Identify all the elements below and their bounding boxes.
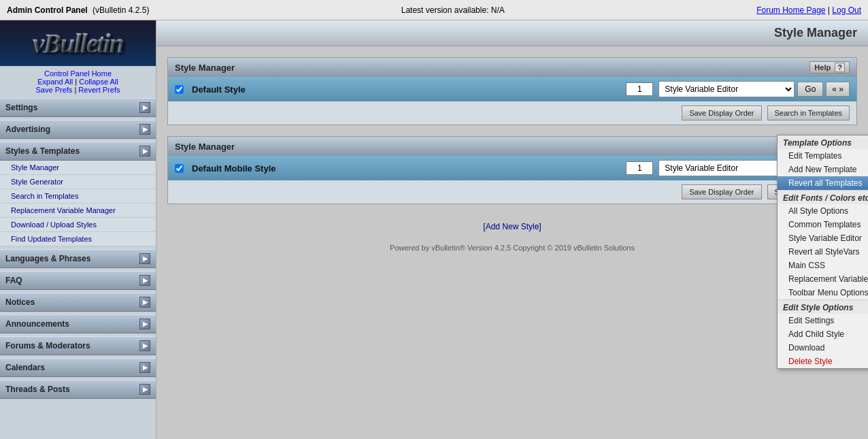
- go-button-1[interactable]: Go: [797, 82, 823, 97]
- dropdown-toolbar-menu-options[interactable]: Toolbar Menu Options: [778, 286, 868, 299]
- main-content: Style Manager Style Manager Help ? Defau…: [156, 20, 868, 439]
- main-body: Style Manager Help ? Default Style Style…: [156, 46, 868, 439]
- dropdown-revert-all-templates[interactable]: Revert all Templates: [778, 176, 868, 190]
- style-box-1: Style Manager Help ? Default Style Style…: [167, 57, 857, 125]
- style-box-2-header: Style Manager Help ?: [168, 137, 856, 156]
- sidebar-item-calendars[interactable]: Calendars ▶: [0, 358, 156, 377]
- dropdown-delete-style[interactable]: Delete Style: [778, 355, 868, 368]
- save-prefs-link[interactable]: Save Prefs: [36, 86, 73, 94]
- arrow-icon: ▶: [139, 319, 150, 329]
- sidebar-sub-download-upload[interactable]: Download / Upload Styles: [0, 218, 156, 232]
- order-input-1[interactable]: [626, 82, 653, 96]
- dropdown-edit-templates[interactable]: Edit Templates: [778, 149, 868, 163]
- search-templates-btn-1[interactable]: Search in Templates: [767, 105, 850, 120]
- sidebar-item-forums-moderators[interactable]: Forums & Moderators ▶: [0, 336, 156, 355]
- sidebar-item-label: Forums & Moderators: [5, 341, 90, 351]
- style-row-1: Default Style Style Variable Editor Go «…: [168, 77, 856, 101]
- dropdown-edit-fonts-label: Edit Fonts / Colors etc.: [778, 190, 868, 204]
- style-select-1[interactable]: Style Variable Editor: [658, 81, 795, 97]
- logo-text: vBulletin: [7, 27, 149, 59]
- style-box-2: Style Manager Help ? Default Mobile Styl…: [167, 136, 857, 204]
- sidebar-sub-find-updated[interactable]: Find Updated Templates: [0, 232, 156, 246]
- arrow-icon: ▶: [139, 362, 150, 373]
- style-select-2[interactable]: Style Variable Editor: [658, 160, 795, 176]
- dropdown-download[interactable]: Download: [778, 341, 868, 355]
- sidebar-item-faq[interactable]: FAQ ▶: [0, 271, 156, 290]
- top-links[interactable]: Forum Home Page | Log Out: [756, 5, 861, 15]
- sidebar-item-label: Styles & Templates: [5, 146, 80, 156]
- dropdown-replacement-variables[interactable]: Replacement Variables: [778, 272, 868, 286]
- dropdown-add-child-style[interactable]: Add Child Style: [778, 327, 868, 341]
- dropdown-template-options-label: Template Options: [778, 135, 868, 149]
- sidebar-sub-replacement-variable-manager[interactable]: Replacement Variable Manager: [0, 204, 156, 218]
- add-style-row: [Add New Style]: [167, 215, 857, 238]
- style-checkbox-2[interactable]: [175, 164, 184, 173]
- sidebar-item-advertising[interactable]: Advertising ▶: [0, 120, 156, 139]
- control-panel-home-link[interactable]: Control Panel Home: [44, 69, 112, 78]
- sidebar-links: Control Panel Home Expand All | Collapse…: [0, 66, 156, 95]
- style-name-2: Default Mobile Style: [192, 163, 620, 174]
- admin-title: Admin Control Panel (vBulletin 4.2.5): [7, 5, 149, 15]
- sidebar-sub-style-generator[interactable]: Style Generator: [0, 175, 156, 189]
- arrow-icon: ▶: [139, 384, 150, 395]
- log-out-link[interactable]: Log Out: [832, 5, 861, 15]
- style-box-1-header: Style Manager Help ?: [168, 58, 856, 77]
- dropdown-main-css[interactable]: Main CSS: [778, 259, 868, 272]
- save-display-order-btn-2[interactable]: Save Display Order: [682, 184, 761, 199]
- sidebar-item-label: Threads & Posts: [5, 385, 70, 394]
- sidebar-sub-search-templates[interactable]: Search in Templates: [0, 189, 156, 204]
- question-icon-1: ?: [835, 63, 845, 72]
- arrow-icon: ▶: [139, 102, 150, 113]
- style-box-1-title: Style Manager: [175, 63, 235, 73]
- sidebar-item-label: Settings: [5, 103, 37, 112]
- style-actions-1: Save Display Order Search in Templates: [168, 101, 856, 125]
- dropdown-edit-settings[interactable]: Edit Settings: [778, 314, 868, 327]
- dropdown-add-new-template[interactable]: Add New Template: [778, 163, 868, 176]
- arrow-icon: ▶: [139, 124, 150, 135]
- help-btn-1[interactable]: Help ?: [809, 61, 850, 74]
- top-header: Admin Control Panel (vBulletin 4.2.5) La…: [0, 0, 868, 20]
- arrow-icon: ▶: [139, 253, 150, 264]
- arrow-icon: ▶: [139, 275, 150, 286]
- sidebar-item-label: Notices: [5, 297, 35, 307]
- dropdown-common-templates[interactable]: Common Templates: [778, 218, 868, 231]
- arrow-icon: ▶: [139, 146, 150, 157]
- footer-text: Powered by vBulletin® Version 4.2.5 Copy…: [167, 238, 857, 257]
- logo-area: vBulletin: [0, 20, 156, 66]
- style-box-2-title: Style Manager: [175, 142, 235, 152]
- dropdown-revert-all-stylevars[interactable]: Revert all StyleVars: [778, 245, 868, 259]
- style-checkbox-1[interactable]: [175, 85, 184, 94]
- sidebar-item-languages[interactable]: Languages & Phrases ▶: [0, 249, 156, 268]
- order-input-2[interactable]: [626, 161, 653, 175]
- sidebar-item-threads-posts[interactable]: Threads & Posts ▶: [0, 380, 156, 399]
- arrow-icon: ▶: [139, 297, 150, 308]
- arrow-icon: ▶: [139, 340, 150, 351]
- dropdown-all-style-options[interactable]: All Style Options: [778, 204, 868, 218]
- sidebar-item-label: Calendars: [5, 363, 45, 372]
- sidebar-item-label: Languages & Phrases: [5, 254, 90, 263]
- sidebar-item-label: FAQ: [5, 276, 22, 285]
- sidebar-item-announcements[interactable]: Announcements ▶: [0, 314, 156, 334]
- sidebar-item-label: Advertising: [5, 125, 50, 134]
- page-title: Style Manager: [156, 20, 868, 46]
- style-row-2: Default Mobile Style Style Variable Edit…: [168, 156, 856, 180]
- dropdown-style-variable-editor[interactable]: Style Variable Editor: [778, 231, 868, 245]
- save-display-order-btn-1[interactable]: Save Display Order: [682, 105, 761, 120]
- style-name-1: Default Style: [192, 84, 620, 95]
- dropdown-edit-style-options-label: Edit Style Options: [778, 299, 868, 314]
- sidebar-item-settings[interactable]: Settings ▶: [0, 98, 156, 117]
- revert-prefs-link[interactable]: Revert Prefs: [78, 86, 120, 94]
- nav-button-1[interactable]: « »: [826, 82, 850, 97]
- forum-home-link[interactable]: Forum Home Page: [756, 5, 825, 15]
- sidebar: vBulletin Control Panel Home Expand All …: [0, 20, 156, 439]
- add-new-style-link[interactable]: [Add New Style]: [483, 222, 541, 231]
- sidebar-item-label: Announcements: [5, 319, 69, 329]
- dropdown-menu: Template Options Edit Templates Add New …: [777, 135, 868, 369]
- collapse-all-link[interactable]: Collapse All: [79, 78, 118, 86]
- expand-all-link[interactable]: Expand All: [37, 78, 73, 86]
- sidebar-item-notices[interactable]: Notices ▶: [0, 293, 156, 312]
- latest-version: Latest version available: N/A: [149, 5, 756, 15]
- sidebar-item-styles-templates[interactable]: Styles & Templates ▶: [0, 142, 156, 161]
- sidebar-sub-style-manager[interactable]: Style Manager: [0, 161, 156, 175]
- style-actions-2: Save Display Order Search in Templates: [168, 180, 856, 204]
